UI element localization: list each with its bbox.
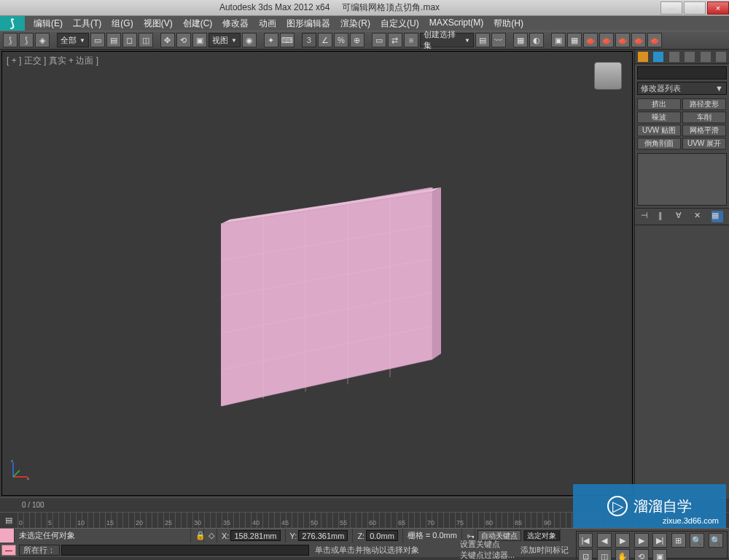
object-name-field[interactable] bbox=[637, 66, 727, 79]
zoom-all-icon[interactable]: 🔍 bbox=[709, 533, 723, 548]
configure-sets-icon[interactable]: ▦ bbox=[712, 211, 723, 222]
pivot-icon[interactable]: ◉ bbox=[242, 33, 257, 47]
display-tab-icon[interactable] bbox=[701, 52, 711, 62]
menu-custom[interactable]: 自定义(U) bbox=[381, 18, 419, 30]
maximize-button[interactable]: □ bbox=[684, 1, 706, 15]
angle-snap-icon[interactable]: ∠ bbox=[318, 33, 332, 47]
mod-noise[interactable]: 噪波 bbox=[637, 112, 681, 123]
menu-tools[interactable]: 工具(T) bbox=[73, 18, 101, 30]
menu-view[interactable]: 视图(V) bbox=[144, 18, 173, 30]
y-coord[interactable]: 276.361mm bbox=[298, 530, 348, 541]
setkey-button[interactable]: 设置关键点 bbox=[460, 539, 515, 550]
max-viewport-icon[interactable]: ▣ bbox=[652, 549, 667, 560]
isolate-icon[interactable]: ◇ bbox=[204, 529, 217, 542]
goto-start-icon[interactable]: |◀ bbox=[578, 533, 593, 548]
curve-editor-icon[interactable]: 〰 bbox=[491, 33, 506, 47]
motion-tab-icon[interactable] bbox=[685, 52, 695, 62]
select-object-icon[interactable]: ▭ bbox=[90, 33, 105, 47]
show-end-icon[interactable]: ‖ bbox=[658, 211, 668, 221]
render3-icon[interactable]: 🫖 bbox=[615, 33, 630, 47]
mod-extrude[interactable]: 挤出 bbox=[637, 98, 681, 110]
utilities-tab-icon[interactable] bbox=[716, 52, 726, 62]
render-icon[interactable]: 🫖 bbox=[583, 33, 598, 47]
menu-group[interactable]: 组(G) bbox=[112, 18, 133, 30]
spinner-snap-icon[interactable]: ⊕ bbox=[350, 33, 364, 47]
viewport[interactable]: [ + ] 正交 ] 真实 + 边面 ] z x bbox=[1, 51, 633, 496]
select-rect-icon[interactable]: ◻ bbox=[122, 33, 137, 47]
unlink-icon[interactable]: ⟆ bbox=[19, 33, 34, 47]
render-setup-icon[interactable]: ▣ bbox=[551, 33, 566, 47]
select-name-icon[interactable]: ▤ bbox=[106, 33, 121, 47]
mod-bevelprofile[interactable]: 倒角剖面 bbox=[637, 138, 681, 149]
window-crossing-icon[interactable]: ◫ bbox=[139, 33, 153, 47]
viewport-label[interactable]: [ + ] 正交 ] 真实 + 边面 ] bbox=[7, 55, 98, 67]
bind-icon[interactable]: ◈ bbox=[35, 33, 50, 47]
mod-uvwunwrap[interactable]: UVW 展开 bbox=[682, 138, 726, 149]
pin-stack-icon[interactable]: ⊣ bbox=[641, 211, 651, 221]
play-icon[interactable]: ▶ bbox=[615, 533, 630, 548]
mod-uvwmap[interactable]: UVW 贴图 bbox=[637, 125, 681, 136]
menu-grapheditor[interactable]: 图形编辑器 bbox=[286, 18, 330, 30]
viewcube[interactable] bbox=[590, 58, 626, 94]
pan-icon[interactable]: ✋ bbox=[615, 549, 630, 560]
mod-meshsmooth[interactable]: 网格平滑 bbox=[682, 125, 726, 136]
menu-edit[interactable]: 编辑(E) bbox=[34, 18, 63, 30]
mirror-icon[interactable]: ⇄ bbox=[388, 33, 402, 47]
time-config-icon[interactable]: ⊞ bbox=[671, 533, 686, 548]
modifier-stack[interactable] bbox=[637, 153, 727, 206]
material-icon[interactable]: ◐ bbox=[529, 33, 544, 47]
z-coord[interactable]: 0.0mm bbox=[366, 530, 398, 541]
lock-icon[interactable]: 🔒 bbox=[191, 529, 204, 542]
selkey-dropdown[interactable]: 选定对象 bbox=[523, 530, 560, 541]
minimize-button[interactable]: — bbox=[660, 1, 682, 15]
app-logo-icon[interactable]: ⟆ bbox=[0, 16, 25, 31]
make-unique-icon[interactable]: ∀ bbox=[676, 211, 686, 221]
x-coord[interactable]: 158.281mm bbox=[230, 530, 280, 541]
keymode-icon[interactable]: ⌨ bbox=[280, 33, 295, 47]
snap-3d-icon[interactable]: 3 bbox=[302, 33, 316, 47]
percent-snap-icon[interactable]: % bbox=[334, 33, 348, 47]
modify-tab-icon[interactable] bbox=[653, 52, 663, 62]
menu-create[interactable]: 创建(C) bbox=[183, 18, 213, 30]
menu-modifier[interactable]: 修改器 bbox=[222, 18, 249, 30]
filter-dropdown[interactable]: 全部▼ bbox=[57, 33, 89, 47]
menu-help[interactable]: 帮助(H) bbox=[494, 18, 523, 30]
remove-mod-icon[interactable]: ✕ bbox=[694, 211, 704, 221]
prev-frame-icon[interactable]: ◀ bbox=[597, 533, 612, 548]
render2-icon[interactable]: 🫖 bbox=[599, 33, 614, 47]
align-icon[interactable]: ≡ bbox=[404, 33, 418, 47]
fov-icon[interactable]: ◫ bbox=[597, 549, 612, 560]
refcoord-dropdown[interactable]: 视图▼ bbox=[208, 33, 241, 47]
render5-icon[interactable]: 🫖 bbox=[647, 33, 662, 47]
hierarchy-tab-icon[interactable] bbox=[669, 52, 679, 62]
script-indicator-icon[interactable] bbox=[0, 529, 15, 542]
mod-lathe[interactable]: 车削 bbox=[682, 112, 726, 123]
rotate-icon[interactable]: ⟲ bbox=[176, 33, 191, 47]
close-button[interactable]: × bbox=[707, 1, 729, 15]
next-frame-icon[interactable]: ▶ bbox=[634, 533, 649, 548]
menu-render[interactable]: 渲染(R) bbox=[340, 18, 370, 30]
addtime-button[interactable]: 添加时间标记 bbox=[521, 545, 569, 556]
create-tab-icon[interactable] bbox=[638, 52, 648, 62]
layer-icon[interactable]: ▤ bbox=[475, 33, 490, 47]
zoom-ext-icon[interactable]: ⊡ bbox=[578, 549, 593, 560]
manip-icon[interactable]: ✦ bbox=[264, 33, 278, 47]
named-sel-btn[interactable]: ▭ bbox=[372, 33, 386, 47]
scale-icon[interactable]: ▣ bbox=[192, 33, 207, 47]
render4-icon[interactable]: 🫖 bbox=[631, 33, 646, 47]
move-icon[interactable]: ✥ bbox=[160, 33, 175, 47]
mod-pathdeform[interactable]: 路径变形 bbox=[682, 98, 726, 110]
keyfilter-button[interactable]: 关键点过滤器... bbox=[460, 550, 515, 560]
menu-maxscript[interactable]: MAXScript(M) bbox=[429, 18, 484, 30]
schematic-icon[interactable]: ▦ bbox=[513, 33, 528, 47]
goto-end-icon[interactable]: ▶| bbox=[652, 533, 667, 548]
menu-anim[interactable]: 动画 bbox=[259, 18, 276, 30]
script-mini-icon[interactable]: — bbox=[1, 545, 16, 556]
namedset-dropdown[interactable]: 创建选择集▼ bbox=[420, 33, 474, 47]
render-frame-icon[interactable]: ▦ bbox=[567, 33, 582, 47]
modifier-list-dropdown[interactable]: 修改器列表▼ bbox=[637, 82, 727, 95]
zoom-icon[interactable]: 🔍 bbox=[690, 533, 704, 548]
orbit-icon[interactable]: ⟲ bbox=[634, 549, 649, 560]
listener-input[interactable] bbox=[61, 545, 309, 556]
link-icon[interactable]: ⟆ bbox=[3, 33, 17, 47]
